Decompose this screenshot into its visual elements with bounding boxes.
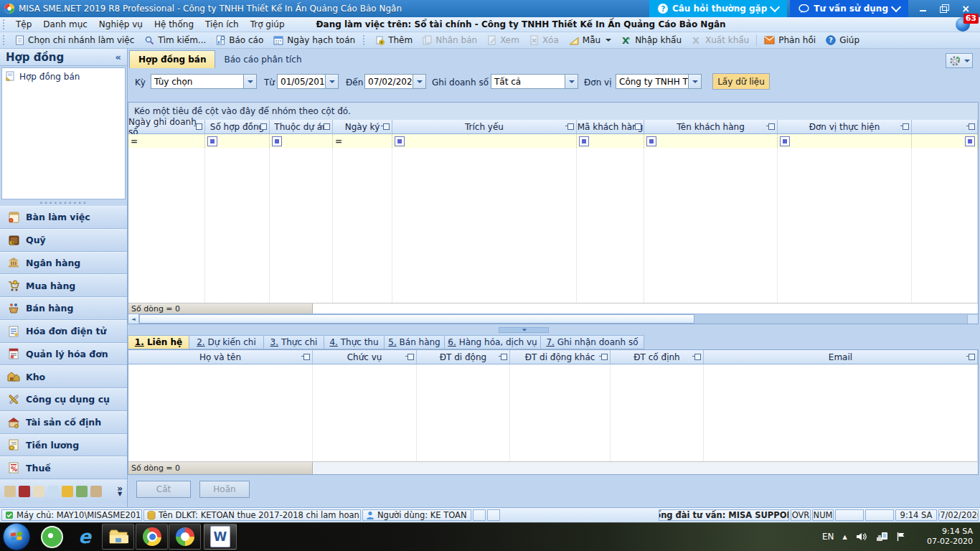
dropdown-button[interactable]	[243, 75, 256, 88]
pin-icon[interactable]	[407, 354, 414, 360]
scrollbar-thumb[interactable]	[139, 314, 694, 324]
sidebar-item-tai-san-co-dinh[interactable]: Tài sản cố định	[0, 411, 127, 434]
panel-splitter-handle[interactable]	[499, 327, 549, 333]
export-button[interactable]: X Xuất khẩu	[687, 33, 754, 47]
menu-nghiep-vu[interactable]: Nghiệp vụ	[93, 19, 149, 29]
postpone-button[interactable]: Hoãn	[199, 481, 250, 498]
filter-box-icon[interactable]	[646, 136, 656, 146]
filter-cell[interactable]: =	[128, 134, 205, 148]
group-by-hint[interactable]: Kéo một tiêu đề cột vào đây để nhóm theo…	[128, 103, 978, 121]
support-button[interactable]: Tư vấn sử dụng	[790, 0, 908, 17]
sidebar-item-tien-luong[interactable]: Tiền lương	[0, 434, 127, 457]
filter-cell[interactable]	[644, 134, 778, 148]
col-so-hop-dong[interactable]: Số hợp đồng	[205, 120, 270, 134]
tab-bao-cao-phan-tich[interactable]: Báo cáo phân tích	[215, 51, 310, 68]
col-extra[interactable]	[912, 120, 978, 134]
close-button[interactable]: ×	[960, 4, 971, 14]
filter-cell[interactable]	[778, 134, 912, 148]
pin-icon[interactable]	[969, 354, 975, 360]
word-taskbar-button[interactable]: W	[204, 524, 237, 550]
sidebar-item-ban-lam-viec[interactable]: Bàn làm việc	[0, 206, 127, 229]
pin-icon[interactable]	[303, 354, 310, 360]
dropdown-button[interactable]	[325, 75, 338, 88]
sidebar-item-thue[interactable]: % Thuế	[0, 456, 127, 479]
tab-ghi-nhan-doanh-so[interactable]: 7. Ghi nhận doanh số	[541, 335, 644, 349]
col-chuc-vu[interactable]: Chức vụ	[313, 350, 417, 364]
restore-button[interactable]	[938, 4, 950, 14]
filter-cell[interactable]: =	[333, 134, 392, 148]
feedback-button[interactable]: Phản hồi	[759, 33, 821, 47]
collapse-sidebar-icon[interactable]: «	[116, 52, 121, 62]
sidebar-item-ban-hang[interactable]: Bán hàng	[0, 297, 127, 320]
file-explorer-taskbar-button[interactable]	[102, 524, 134, 550]
notification-bubble[interactable]: 63	[956, 16, 977, 33]
col-ten-khach-hang[interactable]: Tên khách hàng	[644, 120, 778, 134]
dropdown-button[interactable]	[413, 75, 425, 88]
sidebar-item-quan-ly-hoa-don[interactable]: Quản lý hóa đơn	[0, 343, 127, 366]
col-dt-di-dong-khac[interactable]: ĐT di động khác	[510, 350, 611, 364]
volume-icon[interactable]	[856, 532, 867, 542]
col-email[interactable]: Email	[704, 350, 978, 364]
grid-body-empty[interactable]	[128, 148, 978, 303]
choose-branch-button[interactable]: Chọn chi nhánh làm việc	[10, 33, 139, 47]
faq-button[interactable]: ? Câu hỏi thường gặp	[649, 0, 787, 17]
import-button[interactable]: X Nhập khẩu	[616, 33, 687, 47]
sidebar-item-hoa-don-dien-tu[interactable]: Hóa đơn điện tử	[0, 320, 127, 343]
add-button[interactable]: Thêm	[370, 33, 418, 47]
tab-hang-hoa-dich-vu[interactable]: 6. Hàng hóa, dịch vụ	[445, 335, 541, 349]
view-button[interactable]: Xem	[482, 33, 524, 47]
mini-module-icon[interactable]	[33, 486, 44, 497]
load-data-button[interactable]: Lấy dữ liệu	[712, 73, 770, 90]
pin-icon[interactable]	[601, 354, 608, 360]
filter-cell[interactable]	[205, 134, 270, 148]
action-center-flag-icon[interactable]	[897, 532, 905, 542]
col-trich-yeu[interactable]: Trích yếu	[392, 120, 577, 134]
col-ho-va-ten[interactable]: Họ và tên	[128, 350, 313, 364]
revenue-combobox[interactable]: Tất cả	[491, 74, 578, 89]
from-date-picker[interactable]: 01/05/2019	[277, 74, 339, 89]
save-button[interactable]: Cất	[136, 481, 191, 498]
browser-taskbar-button[interactable]	[169, 524, 201, 550]
internet-explorer-icon[interactable]: e	[69, 522, 100, 551]
mini-module-icon[interactable]	[47, 486, 59, 497]
filter-cell[interactable]	[270, 134, 333, 148]
start-button[interactable]	[3, 523, 30, 550]
tab-thuc-chi[interactable]: 3. Thực chi	[264, 335, 324, 349]
sidebar-item-ngan-hang[interactable]: Ngân hàng	[0, 252, 127, 275]
col-don-vi-thuc-hien[interactable]: Đơn vị thực hiện	[778, 120, 912, 134]
mini-module-icon[interactable]	[90, 486, 102, 497]
tab-ban-hang[interactable]: 5. Bán hàng	[385, 335, 445, 349]
tab-lien-he[interactable]: 1. Liên hệ	[128, 335, 189, 349]
coccoc-browser-icon[interactable]	[36, 522, 67, 551]
pin-icon[interactable]	[969, 123, 975, 130]
menu-tro-giup[interactable]: Trợ giúp	[245, 19, 291, 29]
filter-cell[interactable]	[577, 134, 644, 148]
sidebar-item-cong-cu-dung-cu[interactable]: Công cụ dụng cụ	[0, 388, 127, 411]
unit-combobox[interactable]: Công ty TNHH Thiết	[616, 74, 702, 89]
sidebar-item-mua-hang[interactable]: Mua hàng	[0, 274, 127, 297]
grid-settings-button[interactable]	[946, 53, 973, 68]
menu-he-thong[interactable]: Hệ thống	[149, 19, 199, 29]
pin-icon[interactable]	[635, 123, 641, 130]
col-dt-co-dinh[interactable]: ĐT cố định	[611, 350, 704, 364]
report-button[interactable]: Báo cáo	[211, 33, 268, 47]
duplicate-button[interactable]: Nhân bản	[418, 33, 482, 47]
col-ma-khach-hang[interactable]: Mã khách hàng	[577, 120, 644, 134]
filter-cell[interactable]	[392, 134, 577, 148]
filter-box-icon[interactable]	[207, 136, 217, 146]
mini-module-icon[interactable]	[62, 486, 73, 497]
filter-box-icon[interactable]	[272, 136, 282, 146]
tab-du-kien-chi[interactable]: 2. Dự kiến chi	[189, 335, 264, 349]
pin-icon[interactable]	[324, 123, 330, 130]
posting-date-button[interactable]: Ngày hạch toán	[268, 33, 360, 47]
minimize-button[interactable]	[917, 4, 928, 14]
detail-body-empty[interactable]	[128, 364, 978, 462]
filter-cell[interactable]	[912, 134, 978, 148]
sidebar-splitter[interactable]: ••••••••••	[0, 200, 127, 206]
pin-icon[interactable]	[383, 123, 390, 130]
pin-icon[interactable]	[567, 123, 574, 130]
pin-icon[interactable]	[903, 123, 909, 130]
col-ngay-ky[interactable]: Ngày ký	[333, 120, 392, 134]
delete-button[interactable]: Xóa	[524, 33, 564, 47]
tree-item-hop-dong-ban[interactable]: Hợp đồng bán	[2, 68, 125, 85]
